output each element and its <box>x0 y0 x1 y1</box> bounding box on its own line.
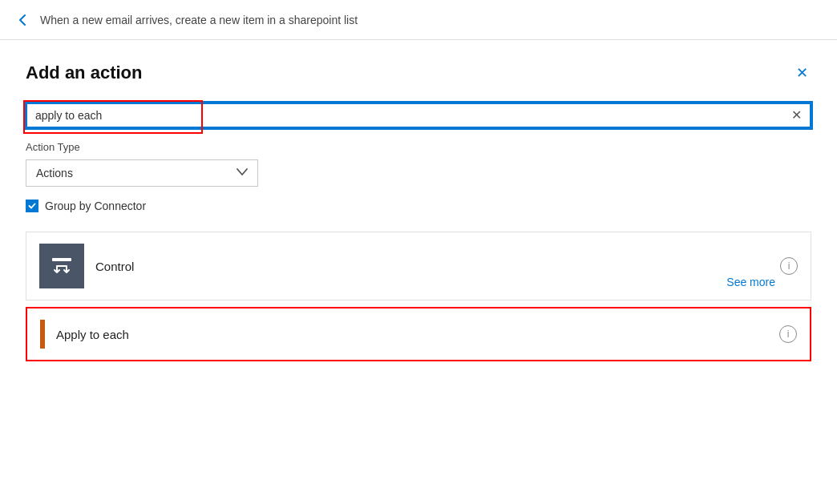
orange-bar <box>40 320 45 349</box>
action-type-value: Actions <box>36 167 73 179</box>
group-by-label: Group by Connector <box>45 200 146 212</box>
chevron-down-icon <box>237 167 248 179</box>
main-content: Add an action ✕ ✕ Action Type Actions <box>0 40 837 504</box>
control-card: Control See more i <box>26 232 811 300</box>
back-button[interactable] <box>16 13 30 27</box>
panel-header: Add an action ✕ <box>26 62 811 83</box>
apply-card-left: Apply to each <box>40 320 129 349</box>
action-type-label: Action Type <box>26 141 811 153</box>
search-clear-button[interactable]: ✕ <box>791 109 802 122</box>
control-icon <box>39 244 84 288</box>
search-input-wrapper: ✕ <box>26 103 811 128</box>
page-title: When a new email arrives, create a new i… <box>40 14 358 26</box>
control-label: Control <box>95 260 134 273</box>
apply-info-icon[interactable]: i <box>779 325 797 343</box>
apply-to-each-card[interactable]: Apply to each i <box>26 307 811 361</box>
control-info-icon[interactable]: i <box>780 257 798 275</box>
panel-title: Add an action <box>26 62 142 83</box>
search-container: ✕ <box>26 103 811 128</box>
control-card-left: Control <box>39 244 134 288</box>
close-button[interactable]: ✕ <box>793 62 811 83</box>
svg-rect-0 <box>52 258 71 261</box>
group-by-row[interactable]: Group by Connector <box>26 200 811 212</box>
action-type-dropdown[interactable]: Actions <box>26 159 258 187</box>
search-input[interactable] <box>35 109 785 122</box>
add-action-panel: Add an action ✕ ✕ Action Type Actions <box>0 40 837 504</box>
top-bar: When a new email arrives, create a new i… <box>0 0 837 40</box>
see-more-link[interactable]: See more <box>726 276 775 288</box>
apply-to-each-label: Apply to each <box>56 328 129 341</box>
group-by-checkbox[interactable] <box>26 200 38 212</box>
